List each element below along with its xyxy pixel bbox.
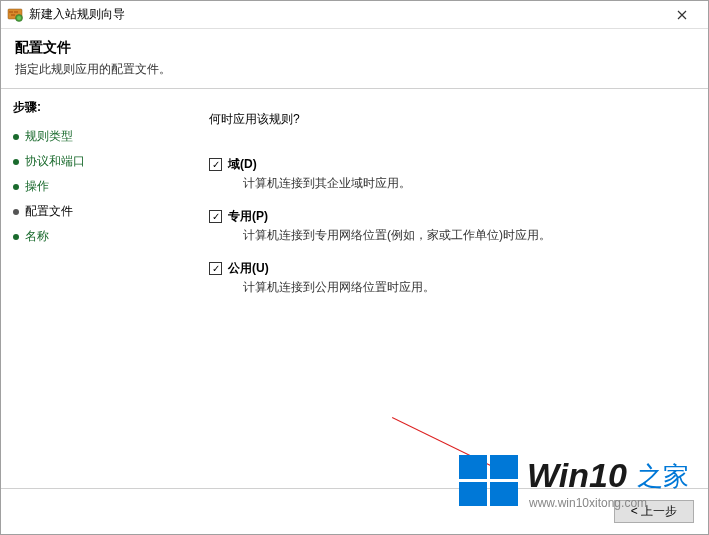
option-domain: ✓ 域(D) 计算机连接到其企业域时应用。 bbox=[209, 156, 680, 192]
bullet-icon bbox=[13, 134, 19, 140]
steps-sidebar: 步骤: 规则类型 协议和端口 操作 配置文件 名称 bbox=[1, 89, 181, 488]
checkbox-private[interactable]: ✓ bbox=[209, 210, 222, 223]
checkbox-label: 域(D) bbox=[228, 156, 257, 173]
step-label: 名称 bbox=[25, 228, 49, 245]
back-button[interactable]: < 上一步 bbox=[614, 500, 694, 523]
checkbox-label: 公用(U) bbox=[228, 260, 269, 277]
titlebar: 新建入站规则向导 bbox=[1, 1, 708, 29]
svg-rect-2 bbox=[14, 11, 18, 13]
step-profile[interactable]: 配置文件 bbox=[13, 199, 169, 224]
question-text: 何时应用该规则? bbox=[209, 111, 680, 128]
window-title: 新建入站规则向导 bbox=[29, 6, 662, 23]
wizard-header: 配置文件 指定此规则应用的配置文件。 bbox=[1, 29, 708, 89]
wizard-footer: < 上一步 bbox=[1, 488, 708, 534]
step-name[interactable]: 名称 bbox=[13, 224, 169, 249]
option-public: ✓ 公用(U) 计算机连接到公用网络位置时应用。 bbox=[209, 260, 680, 296]
page-title: 配置文件 bbox=[15, 39, 694, 57]
checkbox-public[interactable]: ✓ bbox=[209, 262, 222, 275]
step-label: 规则类型 bbox=[25, 128, 73, 145]
checkbox-description: 计算机连接到其企业域时应用。 bbox=[243, 175, 680, 192]
step-rule-type[interactable]: 规则类型 bbox=[13, 124, 169, 149]
step-protocol-ports[interactable]: 协议和端口 bbox=[13, 149, 169, 174]
step-action[interactable]: 操作 bbox=[13, 174, 169, 199]
page-description: 指定此规则应用的配置文件。 bbox=[15, 61, 694, 78]
content-panel: 何时应用该规则? ✓ 域(D) 计算机连接到其企业域时应用。 ✓ 专用(P) 计… bbox=[181, 89, 708, 488]
svg-rect-1 bbox=[9, 11, 13, 13]
bullet-icon bbox=[13, 184, 19, 190]
step-label: 配置文件 bbox=[25, 203, 73, 220]
step-label: 协议和端口 bbox=[25, 153, 85, 170]
bullet-icon bbox=[13, 209, 19, 215]
steps-heading: 步骤: bbox=[13, 99, 169, 116]
svg-point-5 bbox=[17, 16, 21, 20]
wizard-window: 新建入站规则向导 配置文件 指定此规则应用的配置文件。 步骤: 规则类型 协议和… bbox=[0, 0, 709, 535]
bullet-icon bbox=[13, 234, 19, 240]
option-private: ✓ 专用(P) 计算机连接到专用网络位置(例如，家或工作单位)时应用。 bbox=[209, 208, 680, 244]
bullet-icon bbox=[13, 159, 19, 165]
checkbox-description: 计算机连接到专用网络位置(例如，家或工作单位)时应用。 bbox=[243, 227, 680, 244]
close-button[interactable] bbox=[662, 2, 702, 28]
svg-rect-3 bbox=[11, 14, 15, 16]
checkbox-domain[interactable]: ✓ bbox=[209, 158, 222, 171]
wizard-body: 步骤: 规则类型 协议和端口 操作 配置文件 名称 何时 bbox=[1, 89, 708, 488]
firewall-icon bbox=[7, 7, 23, 23]
checkbox-label: 专用(P) bbox=[228, 208, 268, 225]
checkbox-description: 计算机连接到公用网络位置时应用。 bbox=[243, 279, 680, 296]
step-label: 操作 bbox=[25, 178, 49, 195]
